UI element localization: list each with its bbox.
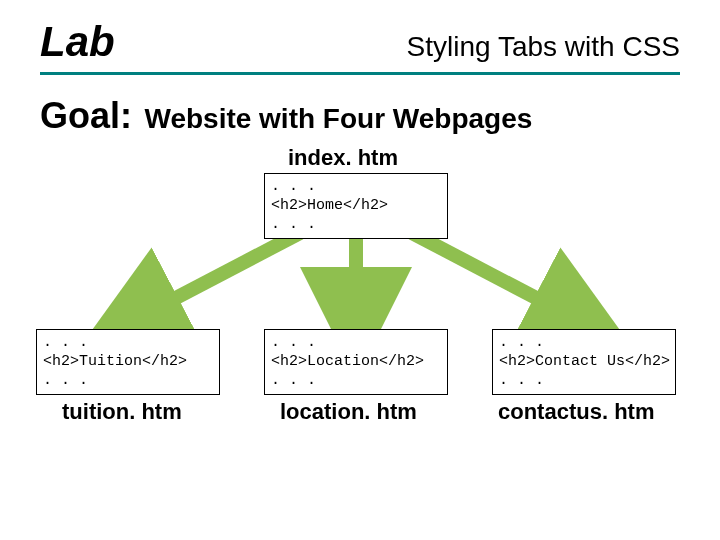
code-line: <h2>Home</h2> <box>271 197 441 216</box>
code-line: . . . <box>271 372 441 391</box>
code-line: <h2>Location</h2> <box>271 353 441 372</box>
svg-line-0 <box>128 233 300 323</box>
code-line: . . . <box>499 372 669 391</box>
code-line: <h2>Contact Us</h2> <box>499 353 669 372</box>
goal-row: Goal: Website with Four Webpages <box>0 75 720 137</box>
code-line: . . . <box>271 178 441 197</box>
code-line: <h2>Tuition</h2> <box>43 353 213 372</box>
file-label-tuition: tuition. htm <box>62 399 182 425</box>
code-box-contact: . . . <h2>Contact Us</h2> . . . <box>492 329 676 395</box>
code-line: . . . <box>499 334 669 353</box>
code-line: . . . <box>271 216 441 235</box>
slide-title: Styling Tabs with CSS <box>407 31 680 63</box>
file-label-location: location. htm <box>280 399 417 425</box>
code-box-location: . . . <h2>Location</h2> . . . <box>264 329 448 395</box>
code-line: . . . <box>43 334 213 353</box>
goal-label: Goal: <box>40 95 132 137</box>
code-line: . . . <box>271 334 441 353</box>
file-label-contact: contactus. htm <box>498 399 654 425</box>
lab-label: Lab <box>40 18 115 66</box>
file-label-index: index. htm <box>288 145 398 171</box>
svg-line-2 <box>412 233 584 323</box>
code-line: . . . <box>43 372 213 391</box>
code-box-index: . . . <h2>Home</h2> . . . <box>264 173 448 239</box>
code-box-tuition: . . . <h2>Tuition</h2> . . . <box>36 329 220 395</box>
goal-text: Website with Four Webpages <box>144 103 532 135</box>
site-diagram: index. htm . . . <h2>Home</h2> . . . . .… <box>0 137 720 477</box>
slide-header: Lab Styling Tabs with CSS <box>0 0 720 72</box>
